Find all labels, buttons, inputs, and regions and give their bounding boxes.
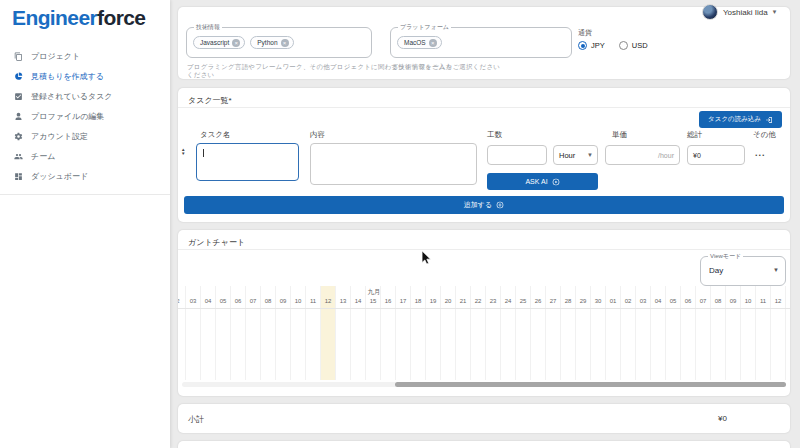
currency-label: 通貨 xyxy=(578,28,592,38)
row-more-button[interactable]: ... xyxy=(755,148,766,158)
currency-radio-usd[interactable]: USD xyxy=(619,41,648,50)
gantt-day-label: 17 xyxy=(400,298,407,304)
add-task-label: 追加する xyxy=(464,200,492,210)
ask-ai-button[interactable]: ASK AI xyxy=(487,173,598,190)
gantt-day-label: 21 xyxy=(460,298,467,304)
chip-label: Python xyxy=(257,39,277,46)
currency-radio-jpy[interactable]: JPY xyxy=(578,41,605,50)
gantt-day-label: 26 xyxy=(535,298,542,304)
subtotal-label: 小計 xyxy=(188,414,204,425)
gantt-day-label: 04 xyxy=(205,298,212,304)
load-tasks-button[interactable]: タスクの読み込み xyxy=(699,111,782,128)
divider xyxy=(178,249,790,250)
chip-remove-icon[interactable]: × xyxy=(232,39,240,47)
platform-chip[interactable]: MacOS× xyxy=(397,36,442,49)
task-name-textarea[interactable] xyxy=(196,143,299,181)
total-input[interactable]: ¥0 xyxy=(687,145,745,165)
sidebar-item-project[interactable]: プロジェクト xyxy=(0,46,170,66)
gantt-day-label: 16 xyxy=(385,298,392,304)
add-task-button[interactable]: 追加する xyxy=(184,196,784,214)
sidebar-item-registered-tasks[interactable]: 登録されているタスク xyxy=(0,86,170,106)
view-mode-value: Day xyxy=(709,266,723,275)
logo-secondary: force xyxy=(97,6,145,29)
profile-person-icon xyxy=(14,112,23,121)
plus-circle-icon xyxy=(496,201,504,209)
gantt-day-label: 06 xyxy=(685,298,692,304)
project-copy-icon xyxy=(14,52,23,61)
gantt-day-label: 07 xyxy=(700,298,707,304)
gantt-day-col: 23 xyxy=(486,286,501,380)
content-textarea[interactable] xyxy=(310,143,477,185)
user-avatar[interactable] xyxy=(702,4,718,20)
gantt-day-col: 04 xyxy=(201,286,216,380)
import-icon xyxy=(765,116,773,124)
platform-chip-list: MacOS× xyxy=(391,28,571,49)
col-header-task-name: タスク名 xyxy=(200,130,231,140)
gantt-day-label: 08 xyxy=(265,298,272,304)
chip-remove-icon[interactable]: × xyxy=(429,39,437,47)
tech-chip[interactable]: Javascript× xyxy=(193,36,245,49)
gantt-day-label: 28 xyxy=(565,298,572,304)
gantt-day-col: 06 xyxy=(231,286,246,380)
sidebar-divider xyxy=(0,194,170,195)
gantt-day-col: 19 xyxy=(426,286,441,380)
unit-price-input[interactable]: /hour xyxy=(605,145,680,165)
gantt-day-label: 07 xyxy=(250,298,257,304)
gantt-day-label: 22 xyxy=(475,298,482,304)
gantt-day-label: 25 xyxy=(520,298,527,304)
total-value: ¥0 xyxy=(693,152,701,159)
subtotal-value: ¥0 xyxy=(718,414,727,423)
gantt-hscrollbar-track[interactable] xyxy=(182,382,786,387)
gantt-day-col: 20 xyxy=(441,286,456,380)
view-mode-label: Viewモード xyxy=(708,253,743,260)
tech-info-card: 技術情報 Javascript×Python× プログラミング言語やフレームワー… xyxy=(178,7,790,79)
tech-info-field[interactable]: 技術情報 Javascript×Python× xyxy=(186,27,372,58)
subtotal-card: 小計 ¥0 xyxy=(178,404,790,433)
gantt-header-divider xyxy=(178,308,790,309)
user-menu[interactable]: Yoshiaki Iida ▾ xyxy=(702,4,776,20)
gantt-day-col: 29 xyxy=(576,286,591,380)
platform-helper-text: プラットフォームをご選択ください xyxy=(391,63,571,71)
task-list-card: タスク一覧* タスクの読み込み タスク名 内容 工数 単価 総計 その他 ▲▼ … xyxy=(178,88,790,222)
user-name: Yoshiaki Iida xyxy=(723,8,768,17)
tech-chip[interactable]: Python× xyxy=(250,36,293,49)
gantt-day-label: 15 xyxy=(370,298,377,304)
sidebar-item-team[interactable]: チーム xyxy=(0,146,170,166)
row-drag-handle[interactable]: ▲▼ xyxy=(181,148,185,156)
chip-remove-icon[interactable]: × xyxy=(281,39,289,47)
gantt-day-col: 08 xyxy=(261,286,276,380)
gantt-day-label: 08 xyxy=(715,298,722,304)
gantt-day-label: 29 xyxy=(580,298,587,304)
settings-gear-icon xyxy=(14,132,23,141)
estimate-pie-icon xyxy=(14,72,23,81)
gantt-day-col: 09 xyxy=(726,286,741,380)
effort-unit-select[interactable]: Hour ▼ xyxy=(553,145,598,165)
view-mode-select[interactable]: Viewモード Day ▼ xyxy=(700,256,786,286)
chip-label: MacOS xyxy=(404,39,426,46)
sidebar-item-label: チーム xyxy=(31,151,55,162)
col-header-total: 総計 xyxy=(687,130,702,140)
radio-selected-icon xyxy=(578,41,587,50)
col-header-effort: 工数 xyxy=(487,130,502,140)
gantt-day-col: 24 xyxy=(501,286,516,380)
platform-field[interactable]: プラットフォーム MacOS× xyxy=(390,27,572,58)
gantt-day-label: 18 xyxy=(415,298,422,304)
sidebar-item-create-estimate[interactable]: 見積もりを作成する xyxy=(0,66,170,86)
radio-unselected-icon xyxy=(619,41,628,50)
gantt-day-col: 07 xyxy=(696,286,711,380)
gantt-day-col: 05 xyxy=(666,286,681,380)
gantt-day-col: 21 xyxy=(456,286,471,380)
effort-input[interactable] xyxy=(487,145,547,165)
gantt-day-label: 11 xyxy=(310,298,316,304)
chevron-down-icon: ▼ xyxy=(773,267,779,273)
gantt-day-label: 19 xyxy=(430,298,437,304)
sidebar-item-dashboard[interactable]: ダッシュボード xyxy=(0,166,170,186)
gantt-day-label: 09 xyxy=(280,298,287,304)
gantt-chart-card: ガントチャート Viewモード Day ▼ 203040506070809101… xyxy=(178,230,790,396)
next-section-card xyxy=(178,441,790,448)
gantt-title: ガントチャート xyxy=(188,237,245,248)
sidebar-item-label: ダッシュボード xyxy=(31,171,88,182)
sidebar-item-account-settings[interactable]: アカウント設定 xyxy=(0,126,170,146)
gantt-hscrollbar-thumb[interactable] xyxy=(395,382,786,387)
sidebar-item-edit-profile[interactable]: プロファイルの編集 xyxy=(0,106,170,126)
